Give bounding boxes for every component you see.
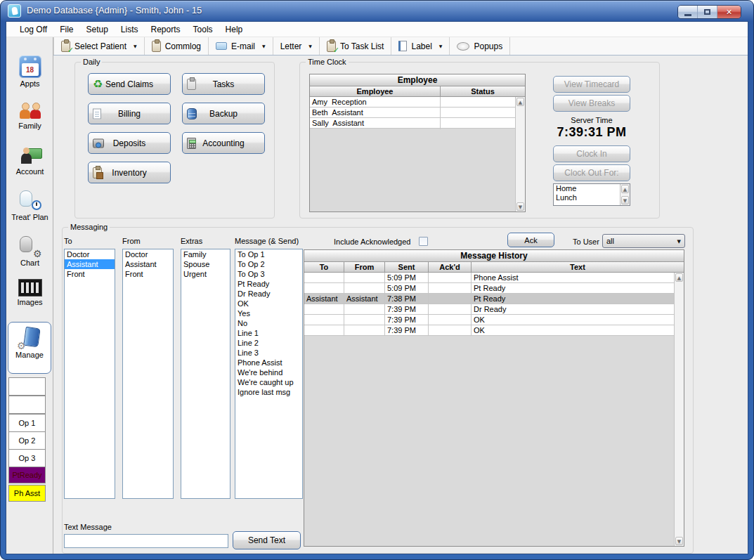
employee-row[interactable]: Beth Assistant [310, 108, 515, 118]
list-item[interactable]: No [235, 318, 302, 328]
chevron-down-icon[interactable]: ▼ [131, 44, 137, 48]
select-patient-button[interactable]: Select Patient ▼ [54, 37, 144, 55]
ack-button[interactable]: Ack [507, 233, 554, 247]
view-timecard-button[interactable]: View Timecard [553, 76, 630, 93]
to-listbox[interactable]: Doctor Assistant Front [64, 249, 115, 499]
list-item[interactable]: Doctor [65, 249, 115, 259]
history-scrollbar[interactable] [674, 273, 684, 546]
send-text-button[interactable]: Send Text [233, 531, 301, 549]
list-item[interactable]: We're caught up [235, 377, 302, 387]
scroll-up-icon[interactable] [675, 273, 683, 282]
history-row[interactable]: 5:09 PM Pt Ready [304, 283, 674, 294]
list-item[interactable]: Pt Ready [235, 279, 302, 289]
list-item[interactable]: Front [123, 269, 173, 279]
op-slot-empty[interactable] [8, 377, 46, 396]
break-options-list[interactable]: Home Lunch [553, 183, 630, 206]
scroll-down-icon[interactable] [621, 196, 629, 204]
history-row[interactable]: 7:39 PM OK [304, 325, 674, 336]
text-message-input[interactable] [64, 534, 228, 548]
scroll-down-icon[interactable] [675, 537, 683, 545]
list-item[interactable]: OK [235, 299, 302, 308]
list-item-selected[interactable]: Assistant [65, 259, 115, 269]
chevron-down-icon[interactable]: ▼ [306, 44, 312, 48]
scroll-up-icon[interactable] [621, 185, 629, 193]
scroll-down-icon[interactable] [516, 202, 524, 211]
view-breaks-button[interactable]: View Breaks [553, 95, 630, 112]
sidebar-item-manage-selected[interactable]: Manage [8, 322, 51, 374]
menu-item-help[interactable]: Help [219, 22, 249, 37]
popups-button[interactable]: Popups [450, 37, 509, 55]
list-item[interactable]: Line 2 [235, 338, 302, 348]
message-send-listbox[interactable]: To Op 1 To Op 2 To Op 3 Pt Ready Dr Read… [235, 249, 303, 499]
break-option-lunch[interactable]: Lunch [554, 193, 630, 202]
history-row[interactable]: 5:09 PM Phone Assist [304, 273, 674, 283]
sidebar-item-appts[interactable]: 18 Appts [6, 56, 53, 88]
break-option-home[interactable]: Home [554, 184, 630, 193]
sidebar-item-family[interactable]: Family [6, 98, 53, 130]
menu-item-lists[interactable]: Lists [115, 22, 145, 37]
close-button[interactable]: ✕ [717, 6, 741, 18]
list-item[interactable]: Family [181, 249, 230, 259]
clock-out-for-button[interactable]: Clock Out For: [553, 164, 630, 181]
list-item[interactable]: Phone Assist [235, 358, 302, 367]
menu-item-file[interactable]: File [53, 22, 79, 37]
list-item[interactable]: Yes [235, 308, 302, 318]
menu-item-tools[interactable]: Tools [187, 22, 219, 37]
send-claims-button[interactable]: Send Claims [88, 73, 171, 95]
op-cell-ptready[interactable]: PtReady [8, 467, 46, 483]
history-row[interactable]: 7:39 PM Dr Ready [304, 304, 674, 315]
history-row[interactable]: 7:39 PM OK [304, 315, 674, 325]
list-item[interactable]: Urgent [181, 269, 230, 279]
list-item[interactable]: Dr Ready [235, 289, 302, 299]
email-button[interactable]: E-mail ▼ [209, 37, 273, 55]
chevron-down-icon[interactable]: ▼ [436, 44, 443, 48]
sidebar-item-chart[interactable]: Chart [6, 235, 53, 267]
sidebar-item-images[interactable]: Images [6, 279, 53, 306]
list-item[interactable]: Line 1 [235, 328, 302, 338]
list-item[interactable]: Assistant [123, 259, 173, 269]
letter-button[interactable]: Letter ▼ [273, 37, 319, 55]
sidebar-item-account[interactable]: Account [6, 143, 53, 176]
list-item[interactable]: Spouse [181, 259, 230, 269]
employee-table-scrollbar[interactable] [515, 97, 525, 211]
commlog-button[interactable]: Commlog [145, 37, 208, 55]
to-user-dropdown[interactable]: all [602, 234, 685, 248]
maximize-button[interactable] [698, 6, 717, 18]
accounting-button[interactable]: Accounting [182, 132, 265, 154]
sidebar-item-treat-plan[interactable]: Treat' Plan [6, 189, 53, 221]
menu-item-setup[interactable]: Setup [79, 22, 114, 37]
include-acknowledged-checkbox[interactable] [419, 237, 428, 246]
inventory-button[interactable]: Inventory [88, 162, 171, 183]
op-cell-ph-asst[interactable]: Ph Asst [8, 485, 46, 502]
list-item[interactable]: Line 3 [235, 348, 302, 358]
deposits-button[interactable]: Deposits [88, 132, 171, 154]
backup-button[interactable]: Backup [182, 103, 265, 124]
billing-button[interactable]: Billing [88, 103, 171, 124]
menu-item-reports[interactable]: Reports [145, 22, 187, 37]
list-item[interactable]: We're behind [235, 367, 302, 377]
minimize-button[interactable] [678, 6, 698, 18]
history-row-selected[interactable]: Assistant Assistant 7:38 PM Pt Ready [304, 294, 674, 304]
extras-listbox[interactable]: Family Spouse Urgent [181, 249, 230, 499]
employee-row[interactable]: Sally Assistant [310, 118, 515, 129]
titlebar[interactable]: Demo Database {Admin} - Smith, John - 15… [0, 0, 754, 21]
list-item[interactable]: To Op 1 [235, 249, 302, 259]
list-item[interactable]: Front [65, 269, 115, 279]
list-item[interactable]: Ignore last msg [235, 387, 302, 397]
list-item[interactable]: To Op 2 [235, 259, 302, 269]
tasks-button[interactable]: Tasks [182, 73, 265, 95]
op-cell-op1[interactable]: Op 1 [8, 414, 46, 432]
list-item[interactable]: Doctor [123, 249, 173, 259]
op-cell-op2[interactable]: Op 2 [8, 431, 46, 450]
list-item[interactable]: To Op 3 [235, 269, 302, 279]
clock-in-button[interactable]: Clock In [553, 145, 630, 162]
employee-row[interactable]: Amy Reception [310, 97, 515, 108]
to-task-list-button[interactable]: To Task List [320, 37, 391, 55]
from-listbox[interactable]: Doctor Assistant Front [122, 249, 174, 499]
break-list-scrollbar[interactable] [620, 184, 630, 205]
scroll-up-icon[interactable] [516, 98, 524, 106]
op-slot-empty[interactable] [8, 396, 46, 414]
label-button[interactable]: Label ▼ [391, 37, 449, 55]
op-cell-op3[interactable]: Op 3 [8, 449, 46, 467]
menu-item-log-off[interactable]: Log Off [13, 22, 53, 37]
